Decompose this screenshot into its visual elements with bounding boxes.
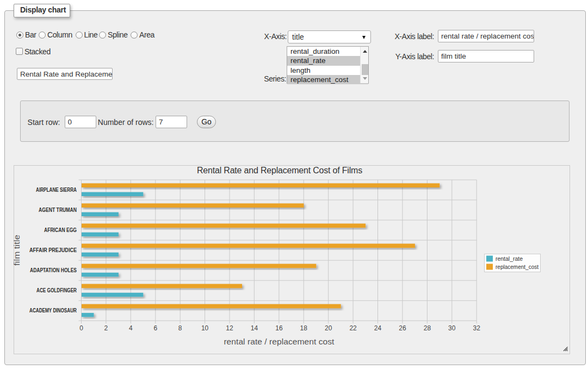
svg-text:8: 8 [178, 324, 182, 332]
svg-text:ACADEMY DINOSAUR: ACADEMY DINOSAUR [29, 308, 77, 313]
svg-text:28: 28 [424, 324, 431, 332]
svg-text:0: 0 [79, 324, 83, 332]
svg-text:Rental Rate and Replacement Co: Rental Rate and Replacement Cost of Film… [197, 166, 362, 175]
svg-text:rental rate / replacement cost: rental rate / replacement cost [224, 337, 334, 346]
svg-text:18: 18 [300, 324, 308, 332]
svg-text:16: 16 [275, 324, 283, 332]
svg-text:ADAPTATION HOLES: ADAPTATION HOLES [30, 267, 77, 273]
svg-text:rental_rate: rental_rate [496, 255, 523, 262]
svg-text:6: 6 [153, 324, 157, 332]
svg-text:22: 22 [349, 324, 357, 332]
svg-text:32: 32 [473, 324, 481, 332]
svg-text:10: 10 [201, 324, 209, 332]
svg-text:4: 4 [129, 324, 133, 332]
svg-text:AGENT TRUMAN: AGENT TRUMAN [39, 207, 77, 213]
svg-text:AFRICAN EGG: AFRICAN EGG [44, 227, 77, 233]
svg-text:AFFAIR PREJUDICE: AFFAIR PREJUDICE [29, 247, 77, 253]
svg-text:AIRPLANE SIERRA: AIRPLANE SIERRA [36, 187, 77, 193]
svg-text:30: 30 [448, 324, 456, 332]
svg-text:12: 12 [226, 324, 233, 332]
svg-text:film title: film title [14, 235, 21, 266]
svg-text:2: 2 [104, 324, 108, 332]
svg-text:26: 26 [399, 324, 406, 332]
svg-text:24: 24 [374, 324, 382, 332]
svg-text:replacement_cost: replacement_cost [496, 264, 539, 270]
svg-text:ACE GOLDFINGER: ACE GOLDFINGER [36, 287, 77, 293]
svg-text:14: 14 [251, 324, 258, 332]
svg-text:20: 20 [325, 324, 332, 332]
